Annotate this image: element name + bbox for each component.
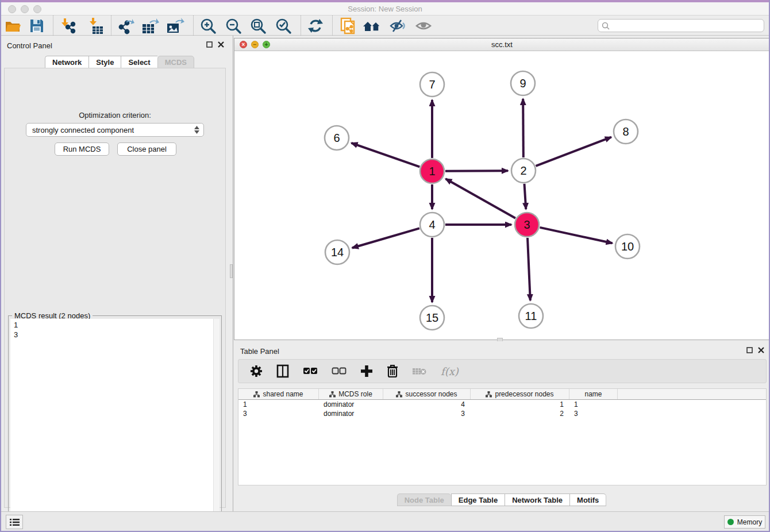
zoom-out-button[interactable]: [223, 17, 244, 34]
edge-2-9[interactable]: [523, 99, 523, 157]
node-label-14: 14: [331, 246, 344, 259]
copy-documents-icon: [339, 17, 356, 35]
cell-successor-nodes[interactable]: 4: [383, 400, 471, 409]
column-header-predecessor-nodes[interactable]: predecessor nodes: [471, 389, 569, 399]
tab-edge-table[interactable]: Edge Table: [451, 494, 505, 506]
search-field[interactable]: [598, 19, 764, 32]
edge-1-2[interactable]: [445, 171, 508, 171]
column-header-shared-name[interactable]: shared name: [238, 389, 319, 399]
network-window-titlebar[interactable]: × − + scc.txt: [234, 38, 769, 51]
float-panel-icon[interactable]: [206, 41, 213, 48]
tab-network-table[interactable]: Network Table: [505, 494, 569, 506]
memory-button[interactable]: Memory: [724, 515, 765, 529]
save-session-button[interactable]: [26, 17, 47, 34]
show-eye-icon: [414, 18, 433, 34]
optimization-select[interactable]: strongly connected component: [26, 123, 204, 137]
node-label-1: 1: [429, 165, 435, 178]
tab-network[interactable]: Network: [45, 56, 88, 68]
close-panel-button[interactable]: Close panel: [117, 142, 176, 156]
edge-3-11[interactable]: [528, 238, 530, 300]
search-input[interactable]: [612, 22, 764, 30]
hide-graphics-button[interactable]: [387, 17, 408, 34]
clone-network-button[interactable]: [337, 17, 358, 34]
window-border-top: [0, 0, 770, 2]
refresh-icon: [307, 17, 324, 34]
zoom-in-button[interactable]: [198, 17, 218, 34]
table-panel-header: Table Panel: [233, 345, 770, 358]
import-network-button[interactable]: [57, 17, 78, 34]
mcds-result-text[interactable]: 1 3: [10, 319, 213, 529]
hide-eye-icon: [388, 18, 407, 34]
cell-successor-nodes[interactable]: 3: [383, 409, 471, 418]
result-scrollbar[interactable]: [213, 319, 220, 529]
edge-3-10[interactable]: [540, 228, 612, 243]
show-columns-button[interactable]: [276, 364, 289, 378]
deselect-all-button[interactable]: [332, 367, 346, 375]
memory-status-icon: [727, 519, 734, 525]
import-table-button[interactable]: [85, 17, 106, 34]
edge-1-6[interactable]: [351, 143, 419, 167]
table-panel-title: Table Panel: [240, 347, 279, 356]
export-image-button[interactable]: [165, 17, 186, 34]
run-mcds-button[interactable]: Run MCDS: [55, 142, 109, 156]
mcds-result-fieldset: MCDS result (2 nodes) 1 3: [8, 315, 222, 531]
float-panel-icon[interactable]: [746, 347, 753, 353]
cell-predecessor-nodes[interactable]: 2: [471, 409, 569, 418]
network-graph-canvas[interactable]: 7968124314101511: [234, 51, 769, 340]
open-folder-icon: [4, 18, 21, 34]
table-row[interactable]: 3 dominator 3 2 3: [238, 409, 766, 418]
cell-name[interactable]: 1: [569, 400, 618, 409]
import-network-icon: [59, 17, 76, 34]
node-label-15: 15: [426, 311, 438, 324]
column-header-name[interactable]: name: [569, 389, 618, 399]
close-panel-icon[interactable]: [758, 347, 764, 353]
tab-node-table[interactable]: Node Table: [397, 494, 451, 506]
cell-name[interactable]: 3: [569, 409, 618, 418]
close-panel-icon[interactable]: [218, 41, 224, 48]
optimization-label: Optimization criterion:: [5, 111, 225, 119]
export-table-button[interactable]: [140, 17, 161, 34]
zoom-selected-button[interactable]: [273, 17, 294, 34]
column-header-successor-nodes[interactable]: successor nodes: [383, 389, 471, 399]
node-table: shared name MCDS role successor nodes pr…: [238, 388, 767, 485]
edge-2-8[interactable]: [536, 137, 611, 166]
tab-select[interactable]: Select: [121, 56, 157, 68]
control-panel-header: Control Panel: [0, 39, 230, 53]
edge-4-14[interactable]: [352, 228, 419, 248]
create-column-button[interactable]: [360, 365, 373, 377]
optimization-value: strongly connected component: [32, 126, 134, 134]
tab-motifs[interactable]: Motifs: [569, 494, 606, 506]
zoom-fit-button[interactable]: [248, 17, 268, 34]
edge-3-1[interactable]: [446, 179, 515, 218]
edge-2-3[interactable]: [524, 184, 526, 209]
node-label-8: 8: [622, 125, 629, 138]
export-network-button[interactable]: [116, 17, 136, 34]
select-all-button[interactable]: [303, 367, 318, 375]
cell-shared-name[interactable]: 1: [238, 400, 319, 409]
hierarchy-icon: [486, 391, 492, 398]
control-panel-tabs: Network Style Select MCDS: [45, 56, 194, 68]
column-header-mcds-role[interactable]: MCDS role: [319, 389, 383, 399]
splitter-grip[interactable]: [230, 264, 233, 278]
node-label-10: 10: [621, 240, 634, 253]
refresh-button[interactable]: [305, 17, 326, 34]
cell-mcds-role[interactable]: dominator: [319, 409, 383, 418]
select-all-icon: [303, 367, 318, 375]
cell-mcds-role[interactable]: dominator: [319, 400, 383, 409]
task-history-button[interactable]: [6, 515, 23, 529]
home-views-button[interactable]: [362, 17, 383, 34]
network-view-window: × − + scc.txt 7968124314101511: [234, 38, 770, 340]
columns-icon: [276, 364, 289, 378]
tab-style[interactable]: Style: [88, 56, 121, 68]
open-session-button[interactable]: [2, 17, 23, 34]
cell-predecessor-nodes[interactable]: 1: [471, 400, 569, 409]
show-graphics-button[interactable]: [413, 17, 434, 34]
deselect-all-icon: [332, 367, 346, 375]
cell-shared-name[interactable]: 3: [238, 409, 319, 418]
delete-column-button[interactable]: [387, 364, 398, 378]
tab-mcds[interactable]: MCDS: [157, 56, 194, 68]
export-table-icon: [141, 17, 160, 34]
node-table-header: shared name MCDS role successor nodes pr…: [238, 389, 766, 400]
table-settings-button[interactable]: [250, 365, 263, 377]
table-row[interactable]: 1 dominator 4 1 1: [238, 400, 766, 409]
